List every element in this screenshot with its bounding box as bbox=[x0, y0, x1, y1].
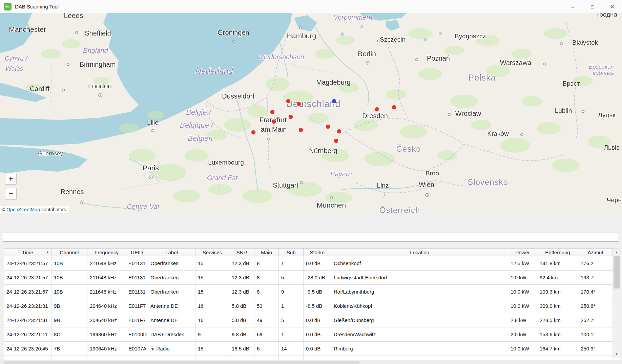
cell-power: 1.0 kW bbox=[508, 271, 537, 285]
horizontal-scrollbar[interactable] bbox=[0, 360, 622, 364]
cell-time: 24-12-26 23:21:11 bbox=[4, 327, 51, 342]
cell-empty bbox=[87, 356, 126, 360]
map-label: Hamburg bbox=[287, 32, 316, 40]
cell-staerke: -28.0 dB bbox=[304, 271, 331, 285]
cell-location: Rimberg bbox=[331, 342, 508, 356]
column-header-entfernung[interactable]: Entfernung bbox=[537, 249, 578, 256]
cell-time: 24-12-26 23:21:57 bbox=[4, 256, 51, 271]
sort-indicator-icon: ▼ bbox=[46, 251, 49, 254]
cell-snr: 12.3 dB bbox=[229, 256, 254, 271]
transmitter-marker-blue bbox=[332, 99, 336, 104]
cell-entfernung: 92.4 km bbox=[537, 271, 578, 285]
cell-channel: 10B bbox=[51, 285, 87, 299]
cell-ueid: E011F7 bbox=[126, 299, 148, 313]
column-header-ueid[interactable]: UEID bbox=[126, 249, 148, 256]
scrollbar-thumb[interactable] bbox=[614, 256, 620, 288]
cell-label: Oberfranken bbox=[148, 285, 195, 299]
maximize-button[interactable]: □ bbox=[583, 0, 602, 13]
map-label: Berlin bbox=[358, 50, 376, 58]
column-header-location[interactable]: Location bbox=[331, 249, 508, 256]
vertical-scrollbar[interactable]: ▲ ▼ bbox=[613, 248, 620, 358]
column-header-power[interactable]: Power bbox=[508, 249, 537, 256]
cell-location: Ludwigsstadt-Ebersdorf bbox=[331, 271, 508, 285]
map-label: Stuttgart bbox=[273, 181, 298, 189]
cell-sub: 1 bbox=[279, 256, 304, 271]
cell-label: Antenne DE bbox=[148, 313, 195, 327]
map-label: Bydgoszcz bbox=[455, 33, 486, 40]
map-label: Cardiff bbox=[30, 85, 50, 92]
column-header-channel[interactable]: Channel bbox=[51, 249, 87, 256]
cell-power: 10.0 kW bbox=[508, 342, 537, 356]
table-body: 24-12-26 23:21:5710B211648 kHzE01131Ober… bbox=[4, 256, 620, 360]
table-row[interactable]: 24-12-26 23:21:118C199360 kHzE0100DDAB+ … bbox=[4, 327, 620, 342]
cell-empty bbox=[331, 356, 508, 360]
column-header-label[interactable]: Label bbox=[148, 249, 195, 256]
column-header-snr[interactable]: SNR bbox=[229, 249, 254, 256]
map-label: Lille bbox=[147, 119, 159, 126]
cell-empty bbox=[229, 356, 254, 360]
column-header-main[interactable]: Main bbox=[254, 249, 279, 256]
hscrollbar-thumb[interactable] bbox=[4, 361, 360, 364]
cell-main: 8 bbox=[254, 271, 279, 285]
cell-power: 2.8 kW bbox=[508, 313, 537, 327]
scroll-down-icon[interactable]: ▼ bbox=[613, 350, 620, 358]
map-label: Paris bbox=[143, 164, 159, 172]
table-row[interactable]: 24-12-26 23:21:319B204640 kHzE011F7Anten… bbox=[4, 313, 620, 327]
cell-label: Oberfranken bbox=[148, 256, 195, 271]
map-label: België / bbox=[186, 108, 211, 116]
cell-azimut: 252.7° bbox=[578, 313, 613, 327]
column-header-azimut[interactable]: Azimut bbox=[578, 249, 613, 256]
table-row[interactable]: 24-12-26 23:21:5710B211648 kHzE01131Ober… bbox=[4, 271, 620, 285]
map-label: Leeds bbox=[64, 13, 83, 19]
cell-sub: 1 bbox=[279, 299, 304, 313]
cell-empty bbox=[254, 356, 279, 360]
cell-location: Ochsenkopf bbox=[331, 256, 508, 271]
cell-services: 15 bbox=[195, 256, 229, 271]
cell-main: 69 bbox=[254, 327, 279, 342]
table-row[interactable]: 24-12-26 23:21:5710B211648 kHzE01131Ober… bbox=[4, 285, 620, 299]
city-dot-center bbox=[367, 62, 368, 63]
cell-frequency: 204640 kHz bbox=[87, 299, 126, 313]
city-dot bbox=[300, 181, 303, 184]
cell-ueid: E0107A bbox=[126, 342, 148, 356]
city-dot bbox=[76, 31, 78, 34]
table-row[interactable]: 24-12-26 23:20:457B190640 kHzE0107Ahr Ra… bbox=[4, 342, 620, 356]
transmitter-marker-red bbox=[337, 129, 341, 134]
column-header-sub[interactable]: Sub bbox=[279, 249, 304, 256]
cell-empty bbox=[51, 356, 87, 360]
map-label: Brno bbox=[426, 170, 439, 177]
scroll-up-icon[interactable]: ▲ bbox=[613, 249, 620, 256]
transmitter-marker-red bbox=[392, 105, 396, 110]
city-dot bbox=[416, 59, 418, 61]
map-view[interactable]: LeedsManchesterSheffieldEnglandBirmingha… bbox=[0, 13, 622, 214]
minimize-button[interactable]: – bbox=[563, 0, 583, 13]
column-header-staerke[interactable]: Stärke bbox=[304, 249, 331, 256]
cell-empty bbox=[537, 356, 578, 360]
zoom-in-button[interactable]: + bbox=[5, 173, 17, 185]
table-header: Time▼ChannelFrequencyUEIDLabelServicesSN… bbox=[4, 248, 620, 256]
close-button[interactable]: ✕ bbox=[602, 0, 622, 13]
transmitter-marker-red bbox=[288, 114, 293, 119]
transmitter-marker-red bbox=[374, 107, 379, 112]
cell-services: 16 bbox=[195, 299, 229, 313]
map-label: Dresden bbox=[362, 112, 388, 120]
cell-time: 24-12-26 23:20:45 bbox=[4, 342, 51, 356]
column-header-frequency[interactable]: Frequency bbox=[87, 249, 126, 256]
cell-services: 15 bbox=[195, 285, 229, 299]
cell-sub: 9 bbox=[279, 285, 304, 299]
column-header-services[interactable]: Services bbox=[195, 249, 229, 256]
cell-azimut: 250.9° bbox=[578, 342, 613, 356]
table-row[interactable]: 24-12-26 23:21:319B204640 kHzE011F7Anten… bbox=[4, 299, 620, 313]
cell-ueid: E0100D bbox=[126, 327, 148, 342]
column-header-time[interactable]: Time▼ bbox=[4, 249, 51, 256]
city-dot bbox=[152, 130, 154, 132]
cell-azimut: 170.4° bbox=[578, 285, 613, 299]
cell-entfernung: 153.6 km bbox=[537, 327, 578, 342]
table-row[interactable]: 24-12-26 23:21:5710B211648 kHzE01131Ober… bbox=[4, 256, 620, 271]
cell-ueid: E01131 bbox=[126, 256, 148, 271]
cell-azimut: 100.1° bbox=[578, 327, 613, 342]
cell-entfernung: 109.3 km bbox=[537, 285, 578, 299]
openstreetmap-link[interactable]: OpenStreetMap bbox=[6, 207, 40, 212]
zoom-out-button[interactable]: − bbox=[5, 188, 17, 199]
transmitter-marker-red bbox=[251, 130, 256, 135]
